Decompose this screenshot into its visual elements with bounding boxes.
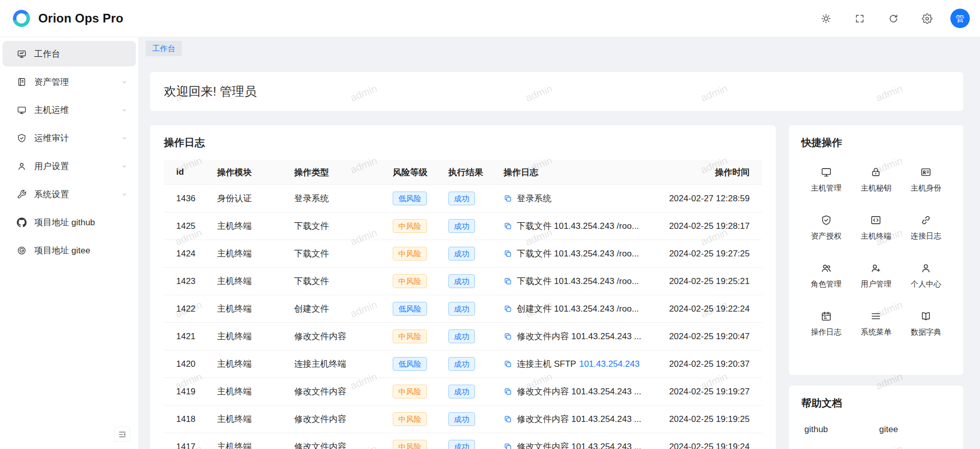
user-avatar[interactable]: 管	[950, 9, 970, 28]
risk-badge: 中风险	[393, 412, 427, 426]
ip-link[interactable]: 101.43.254.243	[579, 359, 639, 369]
quick-action-personal-center[interactable]: 个人中心	[901, 252, 951, 300]
refresh-icon	[888, 13, 899, 24]
sidebar-item-system-settings[interactable]: 系统设置	[3, 181, 136, 207]
cell-time: 2024-02-25 19:25:21	[660, 276, 762, 287]
help-link-github[interactable]: github	[801, 424, 876, 435]
risk-badge: 中风险	[393, 440, 427, 449]
sidebar-item-github[interactable]: 项目地址 github	[3, 209, 136, 235]
copy-icon[interactable]	[504, 360, 512, 368]
table-row: 1423主机终端下载文件中风险成功下载文件 101.43.254.243 /ro…	[164, 268, 762, 295]
quick-action-connection-logs[interactable]: 连接日志	[901, 204, 951, 252]
column-header-time: 操作时间	[660, 167, 762, 178]
copy-icon[interactable]	[504, 277, 512, 286]
cell-risk: 中风险	[380, 412, 436, 426]
team-icon	[821, 263, 832, 274]
cell-time: 2024-02-25 19:19:25	[660, 414, 762, 424]
sidebar-item-operations-audit[interactable]: 运维审计	[3, 125, 136, 151]
tab-workbench[interactable]: 工作台	[146, 41, 182, 56]
sidebar-item-gitee[interactable]: 项目地址 gitee	[3, 238, 136, 263]
sidebar-item-user-settings[interactable]: 用户设置	[3, 153, 136, 179]
quick-action-label: 数据字典	[911, 327, 941, 337]
result-badge: 成功	[448, 412, 475, 426]
copy-icon[interactable]	[504, 249, 512, 258]
quick-action-user-management[interactable]: 用户管理	[851, 252, 901, 300]
sidebar-item-host-operations[interactable]: 主机运维	[3, 97, 136, 123]
quick-action-host-identity[interactable]: 主机身份	[901, 156, 951, 204]
fullscreen-button[interactable]	[849, 8, 870, 29]
quick-action-host-terminal[interactable]: 主机终端	[851, 204, 901, 252]
help-docs-card: 帮助文档 githubgitee	[789, 386, 963, 449]
refresh-button[interactable]	[883, 8, 903, 29]
idcard-icon	[920, 167, 931, 178]
cell-time: 2024-02-25 19:27:25	[660, 249, 762, 259]
quick-action-label: 用户管理	[861, 279, 891, 289]
cell-id: 1419	[164, 387, 205, 397]
theme-icon	[821, 13, 831, 24]
cell-risk: 中风险	[380, 247, 436, 261]
copy-icon[interactable]	[504, 387, 512, 396]
log-text: 登录系统	[517, 193, 552, 204]
gitee-icon	[17, 246, 27, 255]
cell-type: 下载文件	[282, 220, 380, 232]
help-docs-title: 帮助文档	[801, 396, 951, 410]
collapse-icon	[118, 430, 127, 439]
log-text: 下载文件 101.43.254.243 /roo...	[517, 275, 639, 287]
copy-icon[interactable]	[504, 304, 512, 313]
quick-action-asset-authorization[interactable]: 资产授权	[801, 204, 851, 252]
copy-icon[interactable]	[504, 194, 512, 203]
theme-toggle-button[interactable]	[816, 8, 836, 29]
help-links: githubgitee	[801, 424, 951, 435]
copy-icon[interactable]	[504, 222, 512, 230]
chevron-down-icon	[121, 107, 128, 113]
column-header-id: id	[164, 167, 205, 177]
cell-result: 成功	[436, 357, 491, 371]
sidebar-item-asset-management[interactable]: 资产管理	[3, 69, 136, 94]
cell-id: 1424	[164, 249, 205, 259]
quick-action-operation-logs[interactable]: 操作日志	[801, 300, 851, 348]
quick-action-host-keys[interactable]: 主机秘钥	[851, 156, 901, 204]
calendar-icon	[821, 311, 832, 322]
app-title: Orion Ops Pro	[38, 11, 124, 26]
sidebar-collapse-button[interactable]	[114, 427, 130, 442]
log-text: 下载文件 101.43.254.243 /roo...	[517, 220, 639, 232]
book-icon	[920, 311, 931, 322]
table-row: 1436身份认证登录系统低风险成功登录系统2024-02-27 12:28:59	[164, 185, 762, 212]
sidebar-item-workbench[interactable]: 工作台	[3, 41, 136, 66]
quick-action-role-management[interactable]: 角色管理	[801, 252, 851, 300]
log-text: 修改文件内容 101.43.254.243 ...	[517, 330, 641, 342]
cell-log: 修改文件内容 101.43.254.243 ...	[491, 441, 660, 449]
quick-actions-card: 快捷操作 主机管理主机秘钥主机身份资产授权主机终端连接日志角色管理用户管理个人中…	[789, 125, 963, 375]
table-row: 1425主机终端下载文件中风险成功下载文件 101.43.254.243 /ro…	[164, 212, 762, 240]
settings-button[interactable]	[917, 8, 937, 29]
app-root: Orion Ops Pro 管 工作台资产管理主机运维运维审计用户设置系统设置项…	[0, 0, 980, 449]
cell-module: 主机终端	[205, 330, 282, 342]
copy-icon[interactable]	[504, 442, 512, 449]
quick-action-label: 主机身份	[911, 183, 941, 193]
help-link-gitee[interactable]: gitee	[876, 424, 951, 435]
cell-risk: 中风险	[380, 329, 436, 343]
cell-result: 成功	[436, 329, 491, 343]
cell-log: 下载文件 101.43.254.243 /roo...	[491, 248, 660, 259]
cell-module: 主机终端	[205, 441, 282, 449]
cell-time: 2024-02-25 19:22:24	[660, 304, 762, 314]
quick-action-host-management[interactable]: 主机管理	[801, 156, 851, 204]
cell-type: 下载文件	[282, 248, 380, 259]
quick-actions-title: 快捷操作	[801, 135, 951, 150]
cell-log: 下载文件 101.43.254.243 /roo...	[491, 220, 660, 232]
copy-icon[interactable]	[504, 332, 512, 341]
table-row: 1421主机终端修改文件内容中风险成功修改文件内容 101.43.254.243…	[164, 323, 762, 350]
quick-action-system-menu[interactable]: 系统菜单	[851, 300, 901, 348]
cell-type: 修改文件内容	[282, 441, 380, 449]
user-add-icon	[870, 263, 881, 274]
cell-module: 主机终端	[205, 275, 282, 287]
menu-icon	[870, 311, 881, 322]
result-badge: 成功	[448, 247, 475, 261]
cell-type: 创建文件	[282, 303, 380, 315]
quick-action-data-dictionary[interactable]: 数据字典	[901, 300, 951, 348]
terminal-icon	[870, 215, 881, 226]
cell-module: 主机终端	[205, 220, 282, 232]
cell-module: 主机终端	[205, 248, 282, 259]
copy-icon[interactable]	[504, 415, 512, 423]
sidebar: 工作台资产管理主机运维运维审计用户设置系统设置项目地址 github项目地址 g…	[0, 37, 139, 449]
